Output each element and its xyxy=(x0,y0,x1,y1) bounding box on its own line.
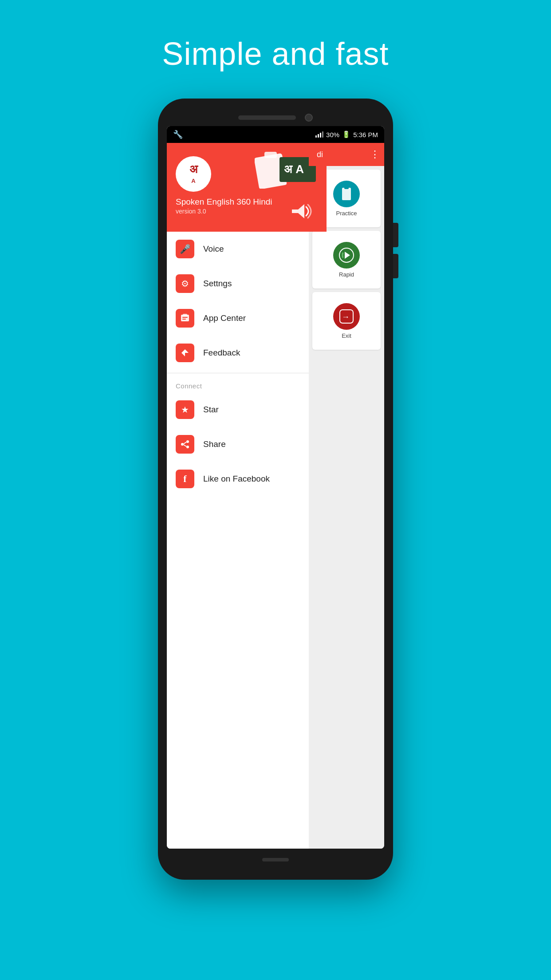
navigation-drawer: अ A अ A xyxy=(167,143,327,849)
battery-percent: 30% xyxy=(326,131,339,138)
svg-line-18 xyxy=(184,445,186,447)
app-center-label: App Center xyxy=(203,313,246,323)
facebook-label: Like on Facebook xyxy=(203,474,270,484)
phone-bottom-bar xyxy=(167,849,384,871)
rapid-icon xyxy=(333,242,360,269)
page-title: Simple and fast xyxy=(162,36,389,72)
wrench-icon: 🔧 xyxy=(173,130,183,139)
volume-up-button[interactable] xyxy=(393,223,398,247)
svg-rect-6 xyxy=(264,152,277,158)
practice-label: Practice xyxy=(336,210,357,217)
more-menu-button[interactable]: ⋮ xyxy=(370,149,379,160)
settings-label: Settngs xyxy=(203,279,232,288)
status-bar-right: 30% 🔋 5:36 PM xyxy=(315,130,378,138)
svg-rect-11 xyxy=(182,317,188,318)
signal-icon xyxy=(315,131,323,138)
rapid-card[interactable]: Rapid xyxy=(312,231,381,288)
svg-point-16 xyxy=(186,446,189,448)
share-label: Share xyxy=(203,439,226,449)
exit-icon: → xyxy=(333,303,360,330)
svg-rect-10 xyxy=(183,314,187,316)
svg-rect-1 xyxy=(344,186,349,189)
rapid-label: Rapid xyxy=(339,271,354,278)
drawer-header: अ A अ A xyxy=(167,143,327,232)
phone-shell: 🔧 30% 🔋 5:36 PM di ⋮ xyxy=(158,99,393,880)
app-topbar-title: di xyxy=(314,150,323,159)
battery-icon: 🔋 xyxy=(342,130,350,138)
right-content-area: Practice Rapid → xyxy=(309,166,384,849)
logo-hindi: अ xyxy=(189,163,198,175)
svg-line-17 xyxy=(184,442,186,444)
camera-dot xyxy=(305,114,313,122)
facebook-icon: f xyxy=(176,470,194,488)
menu-section: 🎤 Voice ⚙ Settngs xyxy=(167,232,327,849)
practice-icon xyxy=(333,181,360,207)
share-icon xyxy=(176,435,194,454)
home-button[interactable] xyxy=(262,858,289,861)
svg-text:→: → xyxy=(342,312,350,321)
app-topbar: di ⋮ xyxy=(309,143,384,166)
menu-item-settings[interactable]: ⚙ Settngs xyxy=(167,266,327,301)
time-display: 5:36 PM xyxy=(353,131,378,138)
feedback-label: Feedback xyxy=(203,348,240,358)
speaker-decoration xyxy=(288,201,313,222)
menu-item-star[interactable]: ★ Star xyxy=(167,392,327,427)
volume-down-button[interactable] xyxy=(393,254,398,278)
voice-icon: 🎤 xyxy=(176,240,194,258)
app-logo: अ A xyxy=(176,156,211,192)
menu-item-share[interactable]: Share xyxy=(167,427,327,462)
svg-text:अ A: अ A xyxy=(284,162,304,176)
menu-item-facebook[interactable]: f Like on Facebook xyxy=(167,462,327,496)
feedback-icon xyxy=(176,344,194,362)
menu-item-feedback[interactable]: Feedback xyxy=(167,336,327,370)
connect-section-label: Connect xyxy=(167,376,327,392)
speaker-bar xyxy=(238,115,296,120)
settings-icon: ⚙ xyxy=(176,274,194,293)
star-icon: ★ xyxy=(176,400,194,419)
exit-card[interactable]: → Exit xyxy=(312,292,381,350)
star-label: Star xyxy=(203,405,219,415)
phone-top-bar xyxy=(167,107,384,126)
logo-english: A xyxy=(191,178,195,184)
voice-label: Voice xyxy=(203,244,224,254)
menu-item-voice[interactable]: 🎤 Voice xyxy=(167,232,327,266)
svg-point-15 xyxy=(181,443,184,446)
app-center-icon xyxy=(176,309,194,328)
menu-divider xyxy=(167,373,327,373)
svg-marker-13 xyxy=(181,349,189,356)
phone-screen: 🔧 30% 🔋 5:36 PM di ⋮ xyxy=(167,126,384,849)
status-bar: 🔧 30% 🔋 5:36 PM xyxy=(167,126,384,143)
logo-text: अ A xyxy=(189,163,198,185)
menu-item-app-center[interactable]: App Center xyxy=(167,301,327,336)
svg-rect-12 xyxy=(182,319,186,320)
svg-rect-0 xyxy=(342,188,351,200)
exit-label: Exit xyxy=(342,332,351,339)
svg-point-14 xyxy=(186,440,189,443)
